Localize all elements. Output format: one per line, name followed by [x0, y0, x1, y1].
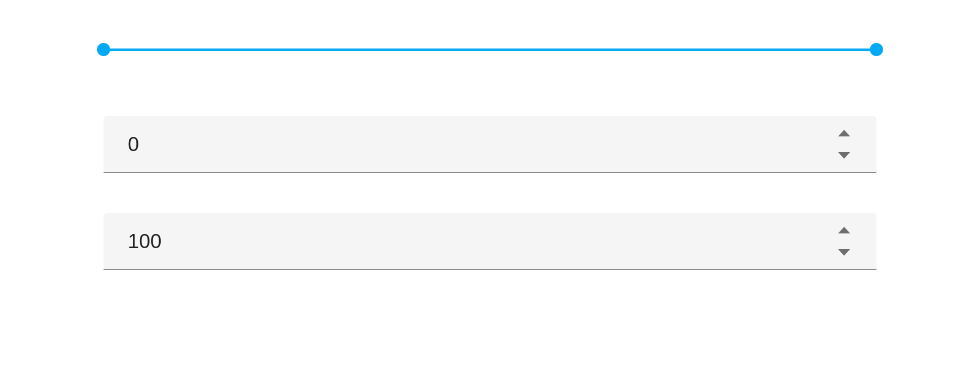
slider-thumb-low[interactable]: [97, 43, 110, 56]
chevron-up-icon: [838, 130, 850, 136]
slider-track: [104, 49, 876, 51]
increment-button[interactable]: [837, 128, 851, 137]
low-value-stepper: [837, 116, 861, 172]
decrement-button[interactable]: [837, 151, 851, 160]
decrement-button[interactable]: [837, 248, 851, 257]
high-value-field: [104, 213, 876, 270]
low-value-input[interactable]: [128, 116, 852, 172]
high-value-stepper: [837, 213, 861, 269]
chevron-down-icon: [838, 152, 850, 159]
increment-button[interactable]: [837, 225, 851, 234]
low-value-field: [104, 116, 876, 173]
slider-thumb-high[interactable]: [870, 43, 883, 56]
chevron-down-icon: [838, 249, 850, 256]
range-slider[interactable]: [104, 30, 876, 71]
high-value-input[interactable]: [128, 213, 852, 269]
chevron-up-icon: [838, 227, 850, 233]
